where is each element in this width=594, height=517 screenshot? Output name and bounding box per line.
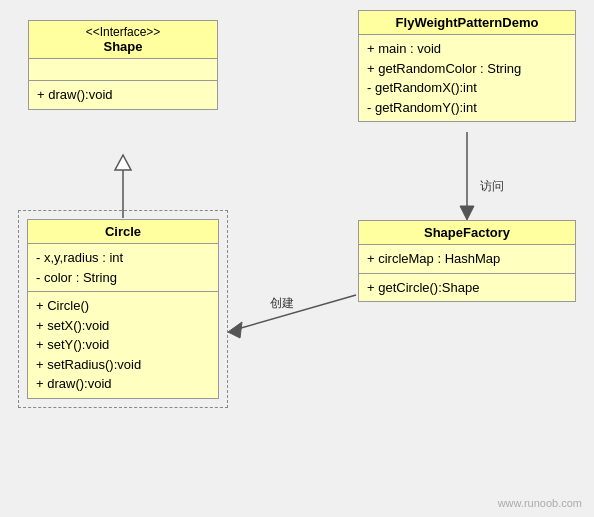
shape-factory-name: ShapeFactory xyxy=(424,225,510,240)
flyweight-demo-name: FlyWeightPatternDemo xyxy=(396,15,539,30)
visit-label: 访问 xyxy=(480,178,504,195)
circle-field-xyr: - x,y,radius : int xyxy=(36,248,210,268)
shape-factory-circlemap: + circleMap : HashMap xyxy=(367,249,567,269)
circle-header: Circle xyxy=(28,220,218,244)
shape-section-methods: + draw():void xyxy=(29,81,217,109)
circle-name: Circle xyxy=(105,224,141,239)
shape-factory-section-fields: + circleMap : HashMap xyxy=(359,245,575,274)
flyweight-demo-gety: - getRandomY():int xyxy=(367,98,567,118)
flyweight-demo-header: FlyWeightPatternDemo xyxy=(359,11,575,35)
circle-method-setx: + setX():void xyxy=(36,316,210,336)
circle-method-setradius: + setRadius():void xyxy=(36,355,210,375)
flyweight-demo-main: + main : void xyxy=(367,39,567,59)
shape-name: Shape xyxy=(103,39,142,54)
circle-method-sety: + setY():void xyxy=(36,335,210,355)
create-label: 创建 xyxy=(270,295,294,312)
svg-marker-3 xyxy=(460,206,474,220)
flyweight-demo-box: FlyWeightPatternDemo + main : void + get… xyxy=(358,10,576,122)
circle-section-methods: + Circle() + setX():void + setY():void +… xyxy=(28,292,218,398)
flyweight-demo-getx: - getRandomX():int xyxy=(367,78,567,98)
watermark: www.runoob.com xyxy=(498,497,582,509)
diagram-container: <<Interface>> Shape + draw():void Circle… xyxy=(0,0,594,517)
circle-outer: Circle - x,y,radius : int - color : Stri… xyxy=(18,210,228,408)
shape-header: <<Interface>> Shape xyxy=(29,21,217,59)
shape-section-empty xyxy=(29,59,217,81)
flyweight-demo-section: + main : void + getRandomColor : String … xyxy=(359,35,575,121)
shape-factory-box: ShapeFactory + circleMap : HashMap + get… xyxy=(358,220,576,302)
svg-marker-1 xyxy=(115,155,131,170)
shape-method-draw: + draw():void xyxy=(37,85,209,105)
svg-marker-5 xyxy=(228,322,242,338)
shape-factory-getcircle: + getCircle():Shape xyxy=(367,278,567,298)
shape-stereotype: <<Interface>> xyxy=(35,25,211,39)
circle-box: Circle - x,y,radius : int - color : Stri… xyxy=(27,219,219,399)
shape-box: <<Interface>> Shape + draw():void xyxy=(28,20,218,110)
circle-method-constructor: + Circle() xyxy=(36,296,210,316)
svg-line-4 xyxy=(234,295,356,330)
circle-method-draw: + draw():void xyxy=(36,374,210,394)
shape-factory-header: ShapeFactory xyxy=(359,221,575,245)
circle-field-color: - color : String xyxy=(36,268,210,288)
circle-section-fields: - x,y,radius : int - color : String xyxy=(28,244,218,292)
flyweight-demo-getcolor: + getRandomColor : String xyxy=(367,59,567,79)
shape-factory-section-methods: + getCircle():Shape xyxy=(359,274,575,302)
